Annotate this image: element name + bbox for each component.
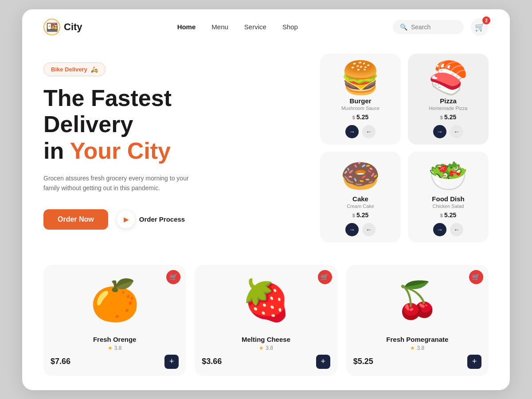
nav-service[interactable]: Service xyxy=(244,23,266,31)
food-card-pizza: 🍣 Pizza Homemade Pizza $ 5.25 → ← xyxy=(408,54,489,145)
pizza-price: $ 5.25 xyxy=(440,113,456,121)
pizza-actions: → ← xyxy=(433,125,463,138)
cheese-emoji: 🍓 xyxy=(241,280,291,320)
hero-left: Bike Delivery 🛵 The Fastest Delivery in … xyxy=(43,54,302,230)
cake-emoji: 🍩 xyxy=(340,160,380,192)
orange-price: $7.66 xyxy=(51,357,70,366)
pizza-name: Pizza xyxy=(440,97,457,105)
fooddish-actions: → ← xyxy=(433,223,463,236)
cake-price: $ 5.25 xyxy=(352,211,368,219)
cheese-price-row: $3.66 + xyxy=(195,355,337,369)
burger-price: $ 5.25 xyxy=(352,113,368,121)
pomegranate-add-btn[interactable]: + xyxy=(467,355,481,369)
hero-title: The Fastest Delivery in Your City xyxy=(43,85,302,164)
food-card-cake: 🍩 Cake Cream Cake $ 5.25 → ← xyxy=(320,152,401,243)
grocery-card-pomegranate: 🍒 🛒 Fresh Pomegranate ★ 3.8 $5.25 + xyxy=(346,265,489,376)
food-card-burger: 🍔 Burger Mushroom Sauce $ 5.25 → ← xyxy=(320,54,401,145)
process-label: Order Process xyxy=(139,215,185,223)
orange-rating-value: 3.8 xyxy=(114,345,122,351)
nav-links: Home Menu Service Shop xyxy=(177,23,298,31)
logo-icon: 🍱 xyxy=(43,19,60,35)
orange-img-area: 🍊 🛒 xyxy=(43,265,186,336)
hero-section: Bike Delivery 🛵 The Fastest Delivery in … xyxy=(22,45,510,260)
cart-button[interactable]: 🛒 2 xyxy=(471,18,489,36)
nav-shop-link[interactable]: Shop xyxy=(282,23,298,31)
hero-subtitle: Grocen atssures fresh grocery every morn… xyxy=(43,173,194,193)
burger-desc: Mushroom Sauce xyxy=(341,106,379,111)
pomegranate-name: Fresh Pomegranate xyxy=(386,336,448,343)
pomegranate-rating: ★ 3.8 xyxy=(410,345,424,351)
cheese-star: ★ xyxy=(259,345,264,351)
cheese-add-btn[interactable]: + xyxy=(316,355,330,369)
grocery-card-cheese: 🍓 🛒 Melting Cheese ★ 3.8 $3.66 + xyxy=(195,265,337,376)
burger-emoji: 🍔 xyxy=(340,62,380,94)
pomegranate-price: $5.25 xyxy=(353,357,373,366)
pomegranate-cart-btn[interactable]: 🛒 xyxy=(469,270,483,284)
hero-actions: Order Now ▶ Order Process xyxy=(43,209,302,230)
search-input[interactable] xyxy=(411,23,457,31)
grocery-section: 🍊 🛒 Fresh Orenge ★ 3.8 $7.66 + 🍓 🛒 Melti… xyxy=(22,260,510,390)
grocery-card-orange: 🍊 🛒 Fresh Orenge ★ 3.8 $7.66 + xyxy=(43,265,186,376)
nav-menu-link[interactable]: Menu xyxy=(211,23,228,31)
cheese-img-area: 🍓 🛒 xyxy=(195,265,337,336)
nav-menu[interactable]: Menu xyxy=(211,23,228,31)
nav-service-link[interactable]: Service xyxy=(244,23,266,31)
pomegranate-price-row: $5.25 + xyxy=(346,355,489,369)
food-card-fooddish: 🥗 Food Dish Chicken Salad $ 5.25 → ← xyxy=(408,152,489,243)
hero-title-line1: The Fastest xyxy=(43,85,172,111)
play-icon: ▶ xyxy=(124,216,129,223)
bike-icon: 🛵 xyxy=(91,66,98,73)
hero-right: 🍔 Burger Mushroom Sauce $ 5.25 → ← 🍣 Piz… xyxy=(320,54,489,243)
cart-icon: 🛒 xyxy=(475,22,485,32)
nav-home-link[interactable]: Home xyxy=(177,23,196,31)
burger-prev-btn[interactable]: ← xyxy=(362,125,376,138)
logo-text: City xyxy=(64,21,82,33)
pizza-next-btn[interactable]: → xyxy=(433,125,446,138)
burger-next-btn[interactable]: → xyxy=(345,125,359,138)
cheese-name: Melting Cheese xyxy=(242,336,290,343)
nav-home[interactable]: Home xyxy=(177,23,196,31)
cake-next-btn[interactable]: → xyxy=(345,223,359,236)
cart-badge: 2 xyxy=(482,16,490,24)
nav-right: 🔍 🛒 2 xyxy=(393,18,489,36)
cheese-rating: ★ 3.8 xyxy=(259,345,273,351)
pomegranate-rating-value: 3.8 xyxy=(417,345,424,351)
orange-emoji: 🍊 xyxy=(90,280,140,320)
badge-text: Bike Delivery xyxy=(51,66,87,73)
fooddish-price: $ 5.25 xyxy=(440,211,456,219)
hero-title-line3-plain: in xyxy=(43,138,70,164)
fooddish-emoji: 🥗 xyxy=(428,160,468,192)
burger-dollar: $ xyxy=(352,115,356,120)
orange-cart-btn[interactable]: 🛒 xyxy=(166,270,180,284)
burger-name: Burger xyxy=(349,97,371,105)
cake-prev-btn[interactable]: ← xyxy=(362,223,376,236)
order-now-button[interactable]: Order Now xyxy=(43,209,108,230)
bike-delivery-badge: Bike Delivery 🛵 xyxy=(43,63,106,76)
pizza-dollar: $ xyxy=(440,115,444,120)
orange-rating: ★ 3.8 xyxy=(108,345,122,351)
fooddish-desc: Chicken Salad xyxy=(433,203,464,209)
fooddish-dollar: $ xyxy=(440,213,444,218)
cheese-cart-btn[interactable]: 🛒 xyxy=(318,270,332,284)
fooddish-next-btn[interactable]: → xyxy=(433,223,446,236)
pizza-prev-btn[interactable]: ← xyxy=(450,125,463,138)
logo[interactable]: 🍱 City xyxy=(43,19,82,35)
svg-text:🍱: 🍱 xyxy=(46,21,59,33)
pomegranate-emoji: 🍒 xyxy=(395,282,439,318)
nav-shop[interactable]: Shop xyxy=(282,23,298,31)
main-container: 🍱 City Home Menu Service Shop 🔍 🛒 2 Bike… xyxy=(22,9,510,390)
pomegranate-img-area: 🍒 🛒 xyxy=(346,265,489,336)
fooddish-prev-btn[interactable]: ← xyxy=(450,223,463,236)
cheese-rating-value: 3.8 xyxy=(266,345,273,351)
hero-title-highlight: Your City xyxy=(70,138,171,164)
pomegranate-star: ★ xyxy=(410,345,415,351)
cheese-price: $3.66 xyxy=(202,357,222,366)
fooddish-name: Food Dish xyxy=(432,195,464,203)
cake-dollar: $ xyxy=(352,213,356,218)
orange-price-row: $7.66 + xyxy=(43,355,186,369)
search-bar[interactable]: 🔍 xyxy=(393,20,464,34)
cake-desc: Cream Cake xyxy=(347,203,374,209)
food-grid: 🍔 Burger Mushroom Sauce $ 5.25 → ← 🍣 Piz… xyxy=(320,54,489,243)
order-process-button[interactable]: ▶ Order Process xyxy=(117,211,185,228)
orange-add-btn[interactable]: + xyxy=(164,355,179,369)
